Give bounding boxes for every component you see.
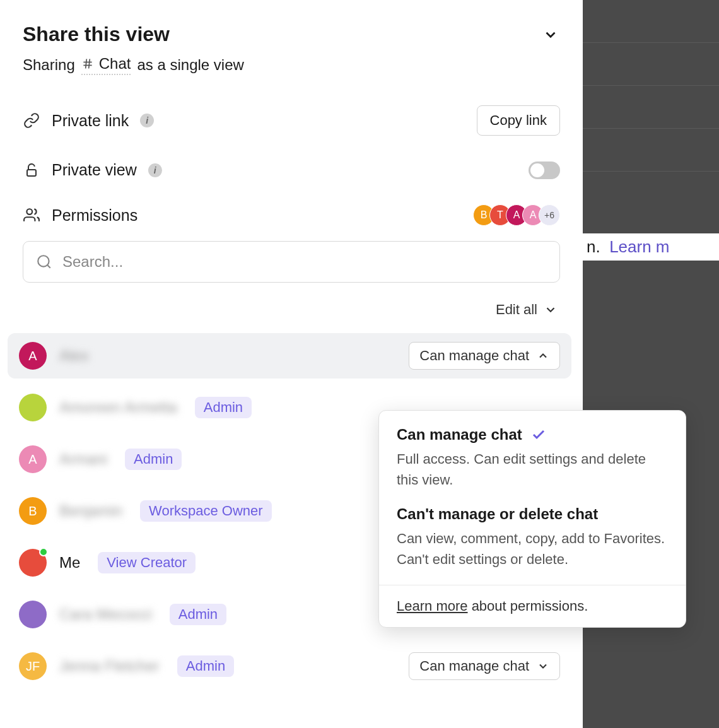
chevron-down-icon [542, 26, 559, 43]
option-title: Can manage chat [397, 426, 522, 443]
role-badge: Workspace Owner [140, 500, 272, 522]
svg-rect-4 [27, 170, 36, 176]
option-title: Can't manage or delete chat [397, 505, 598, 523]
info-icon[interactable]: i [140, 114, 154, 127]
permissions-popover: Can manage chatFull access. Can edit set… [378, 410, 686, 628]
info-icon[interactable]: i [148, 163, 162, 177]
avatar [19, 394, 47, 421]
svg-line-2 [85, 59, 86, 69]
background-text: n. Learn m [583, 233, 719, 261]
view-chip[interactable]: Chat [81, 55, 131, 75]
chevron-up-icon [537, 349, 549, 362]
hash-icon [81, 57, 94, 70]
chevron-down-icon [537, 660, 549, 672]
permission-dropdown[interactable]: Can manage chat [409, 342, 560, 370]
search-box[interactable] [23, 241, 560, 283]
svg-line-3 [88, 59, 90, 69]
user-name: Jenna Fletcher [59, 657, 160, 675]
learn-more-link[interactable]: Learn more [397, 598, 468, 614]
permission-option[interactable]: Can manage chatFull access. Can edit set… [397, 426, 668, 490]
permissions-row: Permissions BTAA+6 [23, 204, 560, 226]
lock-icon [23, 161, 40, 179]
svg-line-7 [47, 265, 50, 268]
option-description: Full access. Can edit settings and delet… [397, 449, 668, 490]
private-view-row: Private view i [23, 161, 560, 179]
subtitle-suffix: as a single view [137, 56, 243, 74]
role-badge: Admin [125, 449, 182, 470]
avatar: A [19, 445, 47, 473]
edit-all-button[interactable]: Edit all [23, 302, 560, 318]
collapse-button[interactable] [541, 25, 560, 44]
avatar: JF [19, 652, 47, 680]
permission-option[interactable]: Can't manage or delete chatCan view, com… [397, 505, 668, 570]
user-name: Alex [59, 347, 89, 365]
user-name: Amoreen Armetta [59, 399, 177, 416]
private-view-label: Private view [52, 161, 137, 179]
search-input[interactable] [62, 253, 547, 271]
user-name: Me [59, 554, 80, 572]
avatars-stack[interactable]: BTAA+6 [473, 204, 560, 226]
avatar [19, 601, 47, 628]
copy-link-button[interactable]: Copy link [477, 105, 560, 136]
permission-label: Can manage chat [419, 658, 529, 674]
subtitle-prefix: Sharing [23, 56, 75, 74]
user-row[interactable]: JFJenna FletcherAdminCan manage chat [8, 643, 571, 689]
panel-title: Share this view [23, 23, 170, 46]
role-badge: Admin [177, 655, 234, 677]
search-icon [36, 254, 52, 270]
role-badge: View Creator [98, 552, 196, 573]
chevron-down-icon [544, 303, 558, 317]
user-name: Benjamin [59, 502, 122, 520]
edit-all-label: Edit all [496, 302, 537, 318]
people-icon [23, 206, 40, 224]
avatar: A [19, 342, 47, 370]
popover-footer-text: about permissions. [468, 598, 588, 614]
private-view-toggle[interactable] [529, 161, 560, 179]
avatar [19, 549, 47, 577]
avatar-more[interactable]: +6 [539, 204, 560, 226]
subtitle: Sharing Chat as a single view [23, 55, 560, 75]
popover-footer: Learn more about permissions. [379, 585, 686, 627]
check-icon [531, 427, 546, 442]
view-name: Chat [99, 55, 131, 73]
private-link-row: Private link i Copy link [23, 105, 560, 136]
presence-indicator [39, 548, 48, 556]
permission-dropdown[interactable]: Can manage chat [409, 652, 560, 680]
user-row[interactable]: AAlexCan manage chat [8, 333, 571, 379]
permissions-label: Permissions [52, 206, 137, 225]
toggle-knob [530, 163, 544, 177]
link-icon [23, 112, 40, 129]
private-link-label: Private link [52, 112, 129, 130]
role-badge: Admin [170, 604, 226, 625]
svg-point-6 [38, 255, 49, 266]
user-name: Armani [59, 450, 107, 468]
role-badge: Admin [195, 397, 252, 418]
permission-label: Can manage chat [419, 348, 529, 364]
option-description: Can view, comment, copy, add to Favorite… [397, 528, 668, 570]
avatar: B [19, 497, 47, 525]
svg-point-5 [26, 209, 32, 214]
user-name: Cara Mecocci [59, 606, 152, 623]
